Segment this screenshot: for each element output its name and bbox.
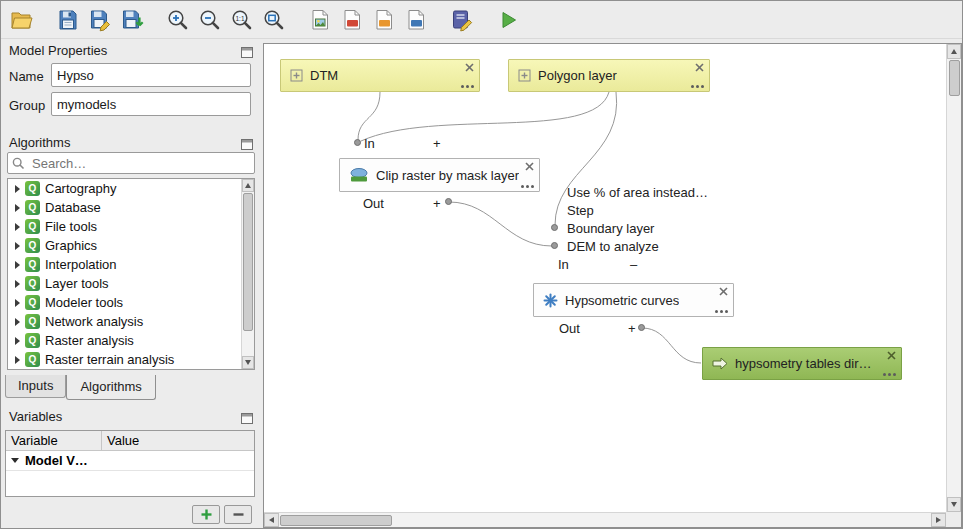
add-icon bbox=[200, 508, 213, 521]
search-icon bbox=[12, 156, 25, 174]
expand-arrow-icon[interactable] bbox=[15, 185, 20, 193]
add-variable-button[interactable] bbox=[192, 505, 220, 524]
close-icon bbox=[719, 287, 728, 296]
tree-item-graphics[interactable]: Q Graphics bbox=[8, 236, 241, 255]
node-hypsometric-curves-algorithm[interactable]: Hypsometric curves bbox=[533, 283, 734, 317]
export-svg-icon bbox=[372, 8, 396, 32]
tree-item-cartography[interactable]: Q Cartography bbox=[8, 179, 241, 198]
model-group-input[interactable] bbox=[51, 92, 251, 116]
hypso-in-label: In bbox=[558, 257, 569, 272]
expand-arrow-icon[interactable] bbox=[15, 280, 20, 288]
tab-algorithms[interactable]: Algorithms bbox=[66, 375, 155, 400]
expand-arrow-icon[interactable] bbox=[15, 204, 20, 212]
output-arrow-icon bbox=[712, 357, 728, 370]
node-hypsometry-tables-output[interactable]: hypsometry tables dir… bbox=[702, 347, 902, 380]
provider-icon: Q bbox=[25, 276, 40, 291]
float-panel-button[interactable] bbox=[241, 44, 253, 55]
expand-arrow-icon[interactable] bbox=[15, 299, 20, 307]
tree-item-network-analysis[interactable]: Q Network analysis bbox=[8, 312, 241, 331]
float-panel-icon bbox=[241, 139, 253, 150]
tree-item-raster-analysis[interactable]: Q Raster analysis bbox=[8, 331, 241, 350]
clip-input-socket[interactable] bbox=[354, 139, 361, 146]
scrollbar-thumb[interactable] bbox=[280, 515, 392, 526]
connection-wire bbox=[449, 202, 552, 246]
node-label: hypsometry tables dir… bbox=[735, 356, 872, 371]
hypso-boundary-socket[interactable] bbox=[551, 224, 558, 231]
node-polygon-layer-input[interactable]: Polygon layer bbox=[508, 59, 710, 92]
clip-out-toggle[interactable]: + bbox=[433, 196, 441, 211]
connection-wire bbox=[358, 92, 380, 140]
canvas-vertical-scrollbar bbox=[946, 44, 961, 512]
float-panel-icon bbox=[241, 413, 253, 424]
edit-model-help-button[interactable] bbox=[447, 5, 477, 35]
float-panel-button[interactable] bbox=[241, 136, 253, 147]
hypso-dem-socket[interactable] bbox=[551, 242, 558, 249]
delete-node-button[interactable] bbox=[887, 351, 896, 360]
search-input[interactable] bbox=[7, 152, 255, 174]
float-panel-button[interactable] bbox=[241, 410, 253, 421]
tab-inputs[interactable]: Inputs bbox=[5, 375, 66, 398]
tree-item-interpolation[interactable]: Q Interpolation bbox=[8, 255, 241, 274]
tree-item-database[interactable]: Q Database bbox=[8, 198, 241, 217]
scroll-right-button[interactable] bbox=[931, 513, 946, 527]
node-clip-raster-algorithm[interactable]: Clip raster by mask layer bbox=[339, 158, 540, 192]
tree-item-file-tools[interactable]: Q File tools bbox=[8, 217, 241, 236]
tree-item-label: Graphics bbox=[45, 238, 97, 253]
expand-node-button[interactable] bbox=[715, 310, 728, 313]
export-as-pdf-button[interactable] bbox=[337, 5, 367, 35]
node-dtm-input[interactable]: DTM bbox=[280, 59, 480, 92]
scroll-up-button[interactable] bbox=[947, 44, 961, 59]
open-model-button[interactable] bbox=[7, 5, 37, 35]
expand-arrow-icon[interactable] bbox=[15, 261, 20, 269]
node-label: Polygon layer bbox=[538, 68, 617, 83]
tree-item-layer-tools[interactable]: Q Layer tools bbox=[8, 274, 241, 293]
scroll-up-button[interactable] bbox=[242, 179, 254, 192]
expand-node-button[interactable] bbox=[691, 85, 704, 88]
delete-node-button[interactable] bbox=[695, 63, 704, 72]
scroll-down-button[interactable] bbox=[947, 497, 961, 512]
expand-node-button[interactable] bbox=[461, 85, 474, 88]
remove-variable-button[interactable] bbox=[224, 505, 252, 524]
tree-item-raster-terrain-analysis[interactable]: Q Raster terrain analysis bbox=[8, 350, 241, 369]
scrollbar-thumb[interactable] bbox=[949, 60, 960, 96]
zoom-actual-button[interactable]: 1:1 bbox=[227, 5, 257, 35]
hypso-output-socket[interactable] bbox=[638, 324, 645, 331]
export-as-script-button[interactable] bbox=[401, 5, 431, 35]
save-to-project-button[interactable] bbox=[117, 5, 147, 35]
scroll-left-button[interactable] bbox=[264, 513, 279, 527]
delete-node-button[interactable] bbox=[465, 63, 474, 72]
tree-item-label: Modeler tools bbox=[45, 295, 123, 310]
model-canvas[interactable]: DTM Polygon layer bbox=[263, 43, 962, 528]
hypso-in-toggle[interactable]: – bbox=[630, 257, 637, 272]
variables-group-row[interactable]: Model V… bbox=[6, 451, 254, 471]
zoom-in-icon bbox=[166, 8, 190, 32]
scroll-down-button[interactable] bbox=[242, 356, 254, 369]
expand-node-button[interactable] bbox=[883, 373, 896, 376]
export-as-svg-button[interactable] bbox=[369, 5, 399, 35]
expand-arrow-icon[interactable] bbox=[15, 337, 20, 345]
save-model-button[interactable] bbox=[53, 5, 83, 35]
model-name-input[interactable] bbox=[51, 63, 251, 87]
connection-wire bbox=[361, 92, 609, 141]
scrollbar-thumb[interactable] bbox=[243, 193, 253, 331]
delete-node-button[interactable] bbox=[719, 287, 728, 296]
hypso-out-toggle[interactable]: + bbox=[628, 321, 636, 336]
delete-node-button[interactable] bbox=[525, 162, 534, 171]
expand-arrow-icon[interactable] bbox=[15, 242, 20, 250]
expand-arrow-icon[interactable] bbox=[15, 318, 20, 326]
collapse-arrow-icon[interactable] bbox=[11, 458, 19, 463]
save-model-as-button[interactable] bbox=[85, 5, 115, 35]
zoom-full-button[interactable] bbox=[259, 5, 289, 35]
run-model-button[interactable] bbox=[493, 5, 523, 35]
expand-arrow-icon[interactable] bbox=[15, 356, 20, 364]
run-icon bbox=[496, 8, 520, 32]
clip-output-socket[interactable] bbox=[445, 198, 452, 205]
zoom-out-button[interactable] bbox=[195, 5, 225, 35]
expand-node-button[interactable] bbox=[521, 185, 534, 188]
export-as-image-button[interactable] bbox=[305, 5, 335, 35]
zoom-in-button[interactable] bbox=[163, 5, 193, 35]
tree-item-modeler-tools[interactable]: Q Modeler tools bbox=[8, 293, 241, 312]
node-label: DTM bbox=[310, 68, 338, 83]
clip-in-toggle[interactable]: + bbox=[433, 136, 441, 151]
expand-arrow-icon[interactable] bbox=[15, 223, 20, 231]
